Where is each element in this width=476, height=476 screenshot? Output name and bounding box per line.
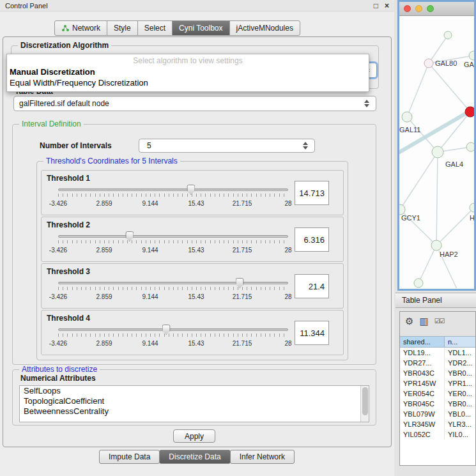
tick-label: 28 bbox=[284, 293, 291, 300]
algorithm-dropdown-popup: Select algorithm to view settings Manual… bbox=[6, 54, 369, 92]
network-node[interactable] bbox=[469, 51, 474, 60]
network-node-label: GA bbox=[464, 61, 474, 68]
network-edge bbox=[436, 152, 438, 245]
show-columns-icon[interactable]: ☑☑ bbox=[434, 316, 445, 326]
tab-select[interactable]: Select bbox=[137, 20, 173, 36]
tick-label: 2.859 bbox=[96, 293, 112, 300]
number-of-intervals-label: Number of Intervals bbox=[40, 141, 112, 150]
close-traffic-light-icon[interactable] bbox=[404, 5, 411, 12]
control-panel-titlebar: Control Panel □ × bbox=[0, 0, 394, 12]
table-row[interactable]: YBR045CYBR0... bbox=[400, 399, 475, 409]
network-window-titlebar bbox=[399, 2, 474, 16]
dropdown-option-manual-discretization[interactable]: Manual Discretization bbox=[7, 66, 369, 77]
network-node[interactable] bbox=[466, 142, 474, 151]
apply-button[interactable]: Apply bbox=[173, 429, 215, 443]
table-cell: YDR2... bbox=[445, 358, 475, 368]
tab-network[interactable]: Network bbox=[54, 20, 107, 36]
table-row[interactable]: YIL052CYIL0... bbox=[400, 429, 475, 440]
numerical-attributes-label: Numerical Attributes bbox=[20, 374, 96, 383]
tick-label: 9.144 bbox=[142, 293, 158, 300]
table-row[interactable]: YDL19...YDL1... bbox=[400, 348, 475, 358]
minimize-traffic-light-icon[interactable] bbox=[415, 5, 422, 12]
tab-jactivemnodules[interactable]: jActiveMNodules bbox=[229, 20, 300, 36]
tick-label: 21.715 bbox=[233, 200, 252, 207]
attribute-items: SelfLoopsTopologicalCoefficientBetweenne… bbox=[20, 386, 369, 417]
network-node[interactable] bbox=[470, 203, 474, 212]
tab-discretize-data[interactable]: Discretize Data bbox=[159, 450, 230, 464]
table-row[interactable]: YLR345WYLR3... bbox=[400, 419, 475, 429]
gear-icon[interactable]: ⚙ bbox=[405, 316, 413, 326]
threshold-value-field[interactable]: 6.316 bbox=[295, 227, 329, 252]
float-window-icon[interactable]: □ bbox=[374, 2, 378, 10]
attributes-group: Attributes to discretize Numerical Attri… bbox=[12, 369, 376, 426]
attribute-item[interactable]: TopologicalCoefficient bbox=[20, 396, 369, 406]
network-node[interactable] bbox=[444, 31, 452, 39]
threshold-slider[interactable]: -3.4262.8599.14415.4321.71528 bbox=[58, 185, 288, 214]
tick-label: 28 bbox=[284, 200, 291, 207]
slider-tick-labels: -3.4262.8599.14415.4321.71528 bbox=[58, 325, 288, 354]
network-node[interactable] bbox=[465, 107, 474, 117]
table-cell: YDR27... bbox=[400, 358, 445, 368]
table-body: YDL19...YDL1...YDR27...YDR2...YBR043CYBR… bbox=[400, 348, 475, 465]
tab-impute-data[interactable]: Impute Data bbox=[99, 450, 160, 464]
tab-label: Style bbox=[114, 24, 131, 33]
tab-cyni-toolbox[interactable]: Cyni Toolbox bbox=[172, 20, 229, 36]
network-node[interactable] bbox=[414, 279, 423, 288]
threshold-value-field[interactable]: 21.4 bbox=[295, 274, 329, 298]
threshold-value-field[interactable]: 14.713 bbox=[295, 181, 329, 205]
table-row[interactable]: YBL079WYBL0... bbox=[400, 409, 475, 419]
network-node[interactable] bbox=[402, 112, 412, 122]
scrollbar-thumb[interactable] bbox=[362, 387, 368, 415]
control-panel-tabbar: Network Style Select Cyni Toolbox jActiv… bbox=[54, 20, 300, 36]
dropdown-option-equal-width-frequency[interactable]: Equal Width/Frequency Discretization bbox=[7, 77, 369, 88]
vertical-scrollbar[interactable] bbox=[360, 386, 369, 422]
number-of-intervals-combobox[interactable]: 5 bbox=[139, 139, 315, 153]
table-panel-header: Table Panel bbox=[395, 293, 476, 308]
columns-icon[interactable]: ▥ bbox=[419, 316, 428, 326]
bottom-tabbar: Impute Data Discretize Data Infer Networ… bbox=[0, 450, 394, 464]
attribute-item[interactable]: SelfLoops bbox=[20, 386, 369, 396]
column-header-shared-name[interactable]: shared... bbox=[400, 337, 445, 347]
tick-label: 2.859 bbox=[96, 340, 112, 347]
table-header-row: shared... n... bbox=[400, 336, 475, 348]
threshold-value-field[interactable]: 11.344 bbox=[295, 321, 329, 345]
network-node[interactable] bbox=[432, 146, 443, 158]
tab-label: Cyni Toolbox bbox=[179, 24, 222, 33]
tick-label: -3.426 bbox=[49, 293, 67, 300]
network-node-label: GAL4 bbox=[445, 160, 463, 168]
threshold-slider[interactable]: -3.4262.8599.14415.4321.71528 bbox=[58, 231, 288, 261]
network-edge bbox=[438, 112, 470, 152]
tick-label: 2.859 bbox=[96, 247, 112, 254]
table-row[interactable]: YBR043CYBR0... bbox=[400, 368, 475, 378]
zoom-traffic-light-icon[interactable] bbox=[427, 5, 434, 12]
threshold-slider[interactable]: -3.4262.8599.14415.4321.71528 bbox=[58, 325, 288, 354]
control-panel: Control Panel □ × Network Style Select C… bbox=[0, 0, 394, 476]
network-canvas[interactable]: GAL80GAGAL11GAL4GCY1HHAP2 bbox=[399, 16, 474, 288]
tick-label: -3.426 bbox=[49, 200, 67, 207]
threshold-block: Threshold 2-3.4262.8599.14415.4321.71528… bbox=[41, 217, 344, 262]
table-row[interactable]: YDR27...YDR2... bbox=[400, 358, 475, 368]
network-node-label: GAL80 bbox=[435, 59, 457, 67]
column-header-name[interactable]: n... bbox=[445, 337, 475, 347]
threshold-label: Threshold 4 bbox=[47, 314, 90, 323]
threshold-label: Threshold 1 bbox=[47, 174, 90, 183]
threshold-slider[interactable]: -3.4262.8599.14415.4321.71528 bbox=[58, 278, 288, 307]
table-data-combobox[interactable]: galFiltered.sif default node bbox=[13, 96, 376, 111]
network-edge bbox=[418, 245, 436, 283]
control-panel-title: Control Panel bbox=[5, 2, 48, 10]
table-cell: YDL19... bbox=[400, 348, 445, 358]
attribute-item[interactable]: BetweennessCentrality bbox=[20, 406, 369, 417]
table-data-value: galFiltered.sif default node bbox=[19, 99, 109, 108]
table-row[interactable]: YER054CYER0... bbox=[400, 388, 475, 399]
network-node-label: GCY1 bbox=[401, 214, 420, 222]
table-row[interactable]: YPR145WYPR1... bbox=[400, 378, 475, 388]
network-node[interactable] bbox=[431, 240, 441, 250]
table-cell: YBR043C bbox=[400, 368, 445, 378]
table-cell: YLR345W bbox=[400, 419, 445, 429]
network-node[interactable] bbox=[424, 59, 433, 68]
table-cell: YIL052C bbox=[400, 429, 445, 440]
tab-infer-network[interactable]: Infer Network bbox=[230, 450, 295, 464]
tab-style[interactable]: Style bbox=[107, 20, 138, 36]
tick-label: 15.43 bbox=[188, 293, 204, 300]
close-icon[interactable]: × bbox=[385, 2, 389, 10]
